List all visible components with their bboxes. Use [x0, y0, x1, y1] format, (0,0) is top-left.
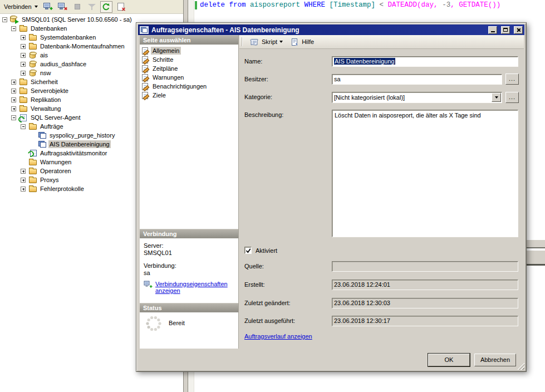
database-icon: [28, 52, 37, 58]
activity-monitor-icon: [28, 150, 37, 156]
category-label: Kategorie:: [244, 94, 272, 100]
expand-icon[interactable]: [11, 89, 16, 94]
page-item-schritte[interactable]: Schritte: [140, 55, 238, 64]
page-item-warnungen[interactable]: Warnungen: [140, 73, 238, 82]
connection-properties-link[interactable]: Verbindungseigenschaften anzeigen: [155, 281, 229, 294]
page-item-ziele[interactable]: Ziele: [140, 91, 238, 100]
tree-item-label: Replikation: [30, 96, 62, 104]
server-x-icon: [57, 2, 68, 11]
sql-function: , GETDATE()): [450, 1, 500, 9]
page-icon: [142, 47, 148, 55]
sql-identifier: [Timestamp]: [330, 1, 380, 9]
ok-button[interactable]: OK: [428, 354, 470, 366]
folder-icon: [28, 34, 37, 41]
connection-value: sa: [144, 270, 150, 276]
changed-line-indicator: [195, 1, 197, 9]
page-item-allgemein[interactable]: Allgemein: [140, 46, 238, 55]
maximize-button[interactable]: [501, 26, 510, 34]
last-executed-label: Zuletzt ausgeführt:: [244, 317, 295, 324]
category-value: [Nicht kategorisiert (lokal)]: [334, 94, 405, 101]
owner-input[interactable]: sa: [332, 74, 502, 85]
category-dropdown[interactable]: [Nicht kategorisiert (lokal)]: [332, 92, 502, 103]
help-button-label: Hilfe: [302, 38, 314, 45]
collapse-icon[interactable]: [2, 17, 7, 22]
chevron-down-icon: [495, 96, 498, 99]
sql-identifier: aisposreport: [250, 1, 305, 9]
description-textarea[interactable]: Löscht Daten in aisposreport, die älter …: [332, 110, 518, 237]
expand-icon[interactable]: [21, 169, 26, 174]
sql-number: -3: [442, 1, 450, 9]
selected-text: AIS Datenbereinigung: [334, 58, 395, 65]
disconnect-server-button[interactable]: [57, 1, 69, 13]
job-icon: [37, 141, 47, 148]
help-button[interactable]: Hilfe: [288, 37, 317, 47]
filter-button: [86, 1, 98, 13]
folder-icon: [28, 185, 37, 192]
expand-icon[interactable]: [21, 71, 26, 76]
connect-server-button[interactable]: [42, 1, 55, 13]
expand-icon[interactable]: [21, 44, 26, 49]
folder-icon: [28, 43, 37, 50]
tree-item-label: SMSQL01 (SQL Server 10.50.6560 - sa): [21, 16, 133, 23]
close-button[interactable]: [514, 26, 523, 34]
page-icon: [142, 74, 148, 81]
cancel-button[interactable]: Abbrechen: [474, 354, 516, 366]
page-item-benachrichtigungen[interactable]: Benachrichtigungen: [140, 82, 238, 91]
enabled-checkbox[interactable]: [244, 247, 252, 254]
name-input[interactable]: AIS Datenbereinigung: [332, 56, 518, 67]
tree-item-label: Datenbanken: [30, 24, 68, 32]
category-browse-button[interactable]: ...: [505, 92, 519, 103]
check-icon: [246, 248, 251, 253]
maximize-icon: [503, 28, 508, 32]
description-label: Beschreibung:: [244, 111, 283, 118]
expand-icon[interactable]: [21, 53, 26, 58]
expand-icon[interactable]: [11, 106, 16, 111]
collapse-icon[interactable]: [11, 26, 16, 31]
minimize-button[interactable]: [488, 26, 497, 34]
stop-button: [71, 1, 84, 13]
expand-icon[interactable]: [21, 178, 26, 183]
tree-item-label: Verwaltung: [30, 105, 62, 112]
dialog-titlebar[interactable]: Auftragseigenschaften - AIS Datenbereini…: [138, 24, 524, 35]
sql-keyword: WHERE: [305, 1, 330, 9]
modified-label: Zuletzt geändert:: [244, 300, 291, 306]
folder-icon: [28, 168, 37, 174]
refresh-button[interactable]: [100, 1, 112, 13]
tree-item-label: Proxys: [39, 176, 60, 184]
collapse-icon[interactable]: [11, 115, 16, 120]
server-label: Server:: [144, 242, 163, 249]
page-item-zeitplaene[interactable]: Zeitpläne: [140, 64, 238, 73]
help-icon: [291, 38, 299, 46]
expand-icon[interactable]: [11, 97, 16, 102]
script-scroll-icon: [250, 38, 259, 46]
created-field: 23.06.2018 12:24:01: [332, 280, 518, 290]
expand-icon[interactable]: [21, 62, 26, 67]
expand-icon[interactable]: [21, 187, 26, 192]
database-icon: [28, 70, 37, 76]
dropdown-button[interactable]: [492, 93, 501, 102]
page-icon: [142, 65, 148, 72]
expand-icon[interactable]: [11, 80, 16, 85]
resize-grip[interactable]: [517, 362, 524, 370]
owner-browse-button[interactable]: ...: [505, 74, 519, 85]
name-label: Name:: [244, 58, 262, 65]
tree-item-label: ais: [39, 51, 49, 59]
collapse-icon[interactable]: [21, 124, 26, 129]
script-button[interactable]: Skript: [247, 37, 286, 47]
connection-panel: Server: SMSQL01 Verbindung: sa Verbindun…: [140, 238, 238, 303]
source-field: [332, 261, 518, 272]
dialog-left-panel: Seite auswählen Allgemein Schritte Zeitp…: [140, 35, 239, 349]
view-connection-properties[interactable]: Verbindungseigenschaften anzeigen: [144, 281, 229, 294]
last-executed-field: 23.06.2018 12:30:17: [332, 316, 518, 326]
toolbar-separator: [242, 37, 243, 46]
sql-function: DATEADD(day,: [388, 1, 443, 9]
tree-item-label: Serverobjekte: [30, 87, 70, 95]
job-history-link[interactable]: Auftragsverlauf anzeigen: [244, 333, 312, 340]
stop-script-job-button[interactable]: [115, 1, 127, 13]
filter-icon: [88, 3, 96, 11]
tree-item-label: SQL Server-Agent: [30, 114, 81, 121]
expand-icon[interactable]: [21, 35, 26, 40]
connect-button[interactable]: Verbinden: [2, 2, 40, 11]
tree-item-label: Aufträge: [39, 122, 65, 130]
tree-item-label: Sicherheit: [30, 78, 59, 86]
